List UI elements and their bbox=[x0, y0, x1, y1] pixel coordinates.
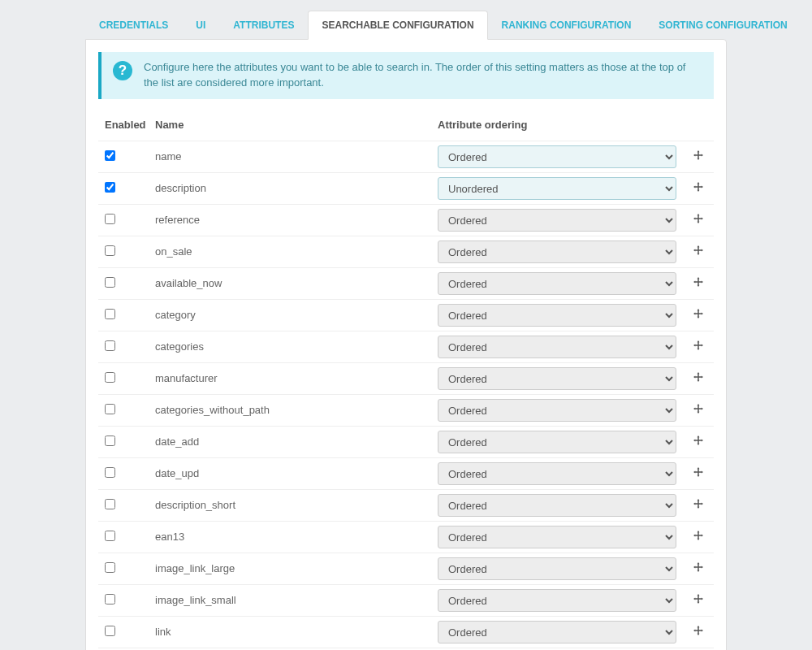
tab-search-term[interactable]: Search Term bbox=[801, 11, 812, 39]
attribute-name: image_link_large bbox=[149, 552, 431, 584]
ordering-select[interactable]: OrderedUnordered bbox=[438, 272, 676, 295]
move-icon[interactable] bbox=[693, 150, 703, 162]
enabled-checkbox[interactable] bbox=[105, 562, 115, 573]
enabled-checkbox[interactable] bbox=[105, 404, 115, 414]
ordering-select[interactable]: OrderedUnordered bbox=[438, 431, 676, 453]
attribute-name: on_sale bbox=[149, 236, 431, 267]
move-icon[interactable] bbox=[693, 182, 703, 194]
tab-ranking-configuration[interactable]: Ranking Configuration bbox=[488, 11, 646, 39]
ordering-select[interactable]: OrderedUnordered bbox=[438, 462, 676, 485]
table-row: categoryOrderedUnordered bbox=[98, 299, 714, 331]
attribute-name: date_add bbox=[149, 426, 431, 457]
move-icon[interactable] bbox=[693, 531, 703, 543]
tab-attributes[interactable]: Attributes bbox=[219, 11, 308, 39]
enabled-checkbox[interactable] bbox=[105, 499, 115, 509]
alert-text: Configure here the attributes you want t… bbox=[144, 60, 702, 91]
enabled-checkbox[interactable] bbox=[105, 626, 115, 636]
ordering-select[interactable]: OrderedUnordered bbox=[438, 367, 676, 390]
attribute-name: reference bbox=[149, 204, 431, 236]
move-icon[interactable] bbox=[693, 562, 703, 574]
attribute-name: categories bbox=[149, 331, 431, 362]
config-panel: ? Configure here the attributes you want… bbox=[85, 39, 727, 650]
attribute-name: description_short bbox=[149, 489, 431, 521]
enabled-checkbox[interactable] bbox=[105, 245, 115, 256]
ordering-select[interactable]: OrderedUnordered bbox=[438, 209, 676, 232]
header-name: Name bbox=[149, 114, 431, 141]
enabled-checkbox[interactable] bbox=[105, 531, 115, 541]
ordering-select[interactable]: OrderedUnordered bbox=[438, 494, 676, 517]
move-icon[interactable] bbox=[693, 499, 703, 511]
attribute-name: ean13 bbox=[149, 521, 431, 552]
tab-sorting-configuration[interactable]: Sorting Configuration bbox=[645, 11, 801, 39]
info-alert: ? Configure here the attributes you want… bbox=[98, 52, 714, 99]
move-icon[interactable] bbox=[693, 467, 703, 479]
enabled-checkbox[interactable] bbox=[105, 150, 115, 161]
tab-credentials[interactable]: Credentials bbox=[85, 11, 182, 39]
move-icon[interactable] bbox=[693, 245, 703, 258]
ordering-select[interactable]: OrderedUnordered bbox=[438, 177, 676, 200]
tabs: CredentialsUIAttributesSearchable Config… bbox=[8, 0, 804, 39]
attribute-name: categories_without_path bbox=[149, 394, 431, 426]
table-row: available_nowOrderedUnordered bbox=[98, 267, 714, 299]
header-drag bbox=[683, 114, 714, 141]
table-row: date_addOrderedUnordered bbox=[98, 426, 714, 457]
question-icon: ? bbox=[113, 61, 132, 80]
header-ordering: Attribute ordering bbox=[431, 114, 683, 141]
move-icon[interactable] bbox=[693, 626, 703, 638]
ordering-select[interactable]: OrderedUnordered bbox=[438, 336, 676, 358]
attribute-name: name bbox=[149, 141, 431, 172]
table-row: referenceOrderedUnordered bbox=[98, 204, 714, 236]
move-icon[interactable] bbox=[693, 372, 703, 384]
attribute-name: date_upd bbox=[149, 457, 431, 489]
table-row: manufacturerOrderedUnordered bbox=[98, 362, 714, 394]
ordering-select[interactable]: OrderedUnordered bbox=[438, 240, 676, 263]
enabled-checkbox[interactable] bbox=[105, 340, 115, 351]
ordering-select[interactable]: OrderedUnordered bbox=[438, 145, 676, 168]
table-row: date_updOrderedUnordered bbox=[98, 457, 714, 489]
attribute-name: category bbox=[149, 299, 431, 331]
table-row: description_shortOrderedUnordered bbox=[98, 489, 714, 521]
attribute-name: manufacturer bbox=[149, 362, 431, 394]
move-icon[interactable] bbox=[693, 277, 703, 289]
move-icon[interactable] bbox=[693, 309, 703, 321]
move-icon[interactable] bbox=[693, 214, 703, 226]
table-row: categoriesOrderedUnordered bbox=[98, 331, 714, 362]
tab-searchable-configuration[interactable]: Searchable Configuration bbox=[308, 11, 487, 40]
enabled-checkbox[interactable] bbox=[105, 214, 115, 224]
attribute-name: available_now bbox=[149, 267, 431, 299]
move-icon[interactable] bbox=[693, 594, 703, 606]
table-row: ean13OrderedUnordered bbox=[98, 521, 714, 552]
ordering-select[interactable]: OrderedUnordered bbox=[438, 557, 676, 580]
table-row: linkOrderedUnordered bbox=[98, 616, 714, 648]
enabled-checkbox[interactable] bbox=[105, 372, 115, 383]
move-icon[interactable] bbox=[693, 404, 703, 416]
attributes-table: Enabled Name Attribute ordering nameOrde… bbox=[98, 114, 714, 650]
enabled-checkbox[interactable] bbox=[105, 594, 115, 604]
ordering-select[interactable]: OrderedUnordered bbox=[438, 399, 676, 422]
enabled-checkbox[interactable] bbox=[105, 309, 115, 319]
table-row: image_link_largeOrderedUnordered bbox=[98, 552, 714, 584]
tab-ui[interactable]: UI bbox=[182, 11, 219, 39]
header-enabled: Enabled bbox=[98, 114, 149, 141]
table-row: on_saleOrderedUnordered bbox=[98, 236, 714, 267]
enabled-checkbox[interactable] bbox=[105, 182, 115, 193]
attribute-name: link bbox=[149, 616, 431, 648]
enabled-checkbox[interactable] bbox=[105, 436, 115, 446]
table-row: image_link_smallOrderedUnordered bbox=[98, 584, 714, 616]
move-icon[interactable] bbox=[693, 436, 703, 448]
ordering-select[interactable]: OrderedUnordered bbox=[438, 621, 676, 644]
attribute-name: image_link_small bbox=[149, 584, 431, 616]
enabled-checkbox[interactable] bbox=[105, 277, 115, 288]
ordering-select[interactable]: OrderedUnordered bbox=[438, 526, 676, 548]
table-row: descriptionOrderedUnordered bbox=[98, 172, 714, 204]
table-row: nameOrderedUnordered bbox=[98, 141, 714, 172]
attribute-name: description bbox=[149, 172, 431, 204]
ordering-select[interactable]: OrderedUnordered bbox=[438, 589, 676, 612]
table-row: categories_without_pathOrderedUnordered bbox=[98, 394, 714, 426]
enabled-checkbox[interactable] bbox=[105, 467, 115, 478]
move-icon[interactable] bbox=[693, 340, 703, 353]
ordering-select[interactable]: OrderedUnordered bbox=[438, 304, 676, 327]
